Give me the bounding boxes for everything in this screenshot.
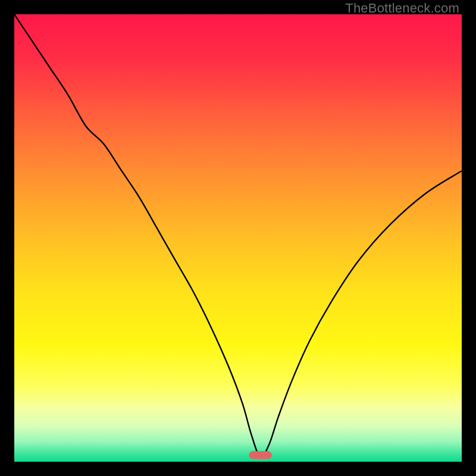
optimal-marker [249, 452, 272, 459]
chart-frame [14, 14, 462, 462]
bottleneck-chart [14, 14, 462, 462]
gradient-background [14, 14, 462, 462]
